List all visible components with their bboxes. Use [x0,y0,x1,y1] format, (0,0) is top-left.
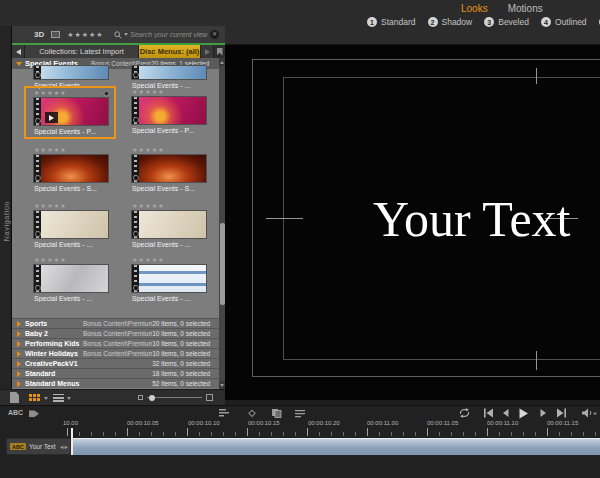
zoom-slider-track[interactable] [147,397,202,398]
reel-icon [133,117,139,123]
play-overlay-icon[interactable] [45,112,58,123]
back-button[interactable] [12,45,25,58]
zoom-slider-thumb[interactable] [149,395,155,401]
playhead[interactable] [71,428,73,455]
copy-icon[interactable] [271,408,282,418]
step-forward-icon[interactable] [539,408,548,418]
gear-icon[interactable] [103,90,110,97]
option-label: Outlined [555,17,587,27]
category-row-winter-holidays[interactable]: Winter Holidays Bonus Content\Premium P.… [12,348,219,358]
category-count: 10 items, 0 selected [152,350,219,357]
category-name: CreativePackV1 [21,360,83,367]
ruler-label: 00:00:11.15 [547,420,578,426]
zoom-out-icon[interactable] [138,395,143,400]
tab-disc-menus[interactable]: Disc Menus: (all) [139,45,201,58]
option-shadow[interactable]: 2 Shadow [428,17,473,27]
grid-view-icon[interactable] [29,394,41,402]
option-label: Shadow [442,17,473,27]
track-name: Your Text Here [29,443,56,450]
menu-thumbnail [132,97,206,124]
scenes-view-icon[interactable] [10,392,19,403]
step-back-icon[interactable] [501,408,510,418]
category-count: 10 items, 0 selected [152,330,219,337]
text-tool-icon[interactable]: ABC [8,409,23,416]
option-outlined[interactable]: 4 Outlined [541,17,587,27]
keyframe-icon[interactable] [247,408,257,418]
search-dropdown-icon[interactable] [124,33,128,36]
play-icon[interactable] [518,408,529,419]
collapse-triangle-icon [16,62,22,66]
option-standard[interactable]: 1 Standard [367,17,416,27]
forward-arrow-icon [205,49,210,55]
pin-button[interactable] [214,45,225,58]
media-item[interactable]: ★★★★★ Special Events - ... [126,202,214,248]
ruler-label: 00:00:11.00 [367,420,398,426]
media-item[interactable]: ★★★★★ Special Events - ... [126,66,214,89]
timeline: ABC 10.00 00:00:10.05 00:00:10.10 00:00:… [0,405,600,478]
category-path: Bonus Content\Premium P... [83,320,152,327]
volume-icon[interactable] [582,408,598,418]
library-tabs: Collections: Latest Import Disc Menus: (… [12,45,225,58]
grid-view-caret-icon[interactable] [44,397,48,400]
category-row-standard[interactable]: Standard 18 items, 0 selected [12,368,219,378]
category-row-creativepackv1[interactable]: CreativePackV1 32 items, 0 selected [12,358,219,368]
category-count: 32 items, 0 selected [152,360,219,367]
option-beveled[interactable]: 3 Beveled [484,17,529,27]
library-panel: 3D ★★★★★ ✕ Collections: Latest Import Di… [12,26,225,389]
item-caption: Special Events - ... [28,241,112,248]
category-row-baby2[interactable]: Baby 2 Bonus Content\Premium P... 10 ite… [12,328,219,338]
forward-button[interactable] [201,45,214,58]
align-icon[interactable] [219,408,230,418]
app-root: Looks Motions 1 Standard 2 Shadow 3 Beve… [0,0,600,478]
scrollbar-thumb[interactable] [220,223,225,305]
media-item[interactable]: ★★★★★ Special Events - ... [126,256,214,302]
ruler-ticks [63,428,600,436]
loop-icon[interactable] [458,408,471,418]
reel-icon [35,285,41,291]
item-stars: ★★★★★ [28,89,114,97]
media-item-selected[interactable]: ★★★★★ Special Events - P... [24,86,116,139]
view-3d-button[interactable]: 3D [34,30,44,39]
reel-icon [35,72,41,78]
category-count: 20 items, 0 selected [152,320,219,327]
ruler-label: 00:00:10.05 [127,420,159,426]
search-input[interactable] [130,31,208,38]
ruler-label: 00:00:10.10 [188,420,220,426]
track-header[interactable]: ABC Your Text Here ◄► [6,438,71,455]
list-view-icon[interactable] [53,394,64,402]
category-path: Bonus Content\Premium P... [83,330,152,337]
category-name: Baby 2 [21,330,83,337]
rating-filter-stars[interactable]: ★★★★★ [67,31,103,39]
preview-title-text[interactable]: Your Text [373,190,571,248]
navigation-strip[interactable]: Navigation [0,26,12,389]
skip-end-icon[interactable] [556,408,567,418]
item-stars: ★★★★★ [126,146,214,154]
timeline-ruler[interactable]: 10.00 00:00:10.05 00:00:10.10 00:00:10.1… [63,419,600,437]
clear-search-icon[interactable]: ✕ [210,30,219,39]
item-stars: ★★★★★ [126,88,214,96]
category-row-performing-kids[interactable]: Performing Kids Bonus Content\Premium P.… [12,338,219,348]
media-item[interactable]: ★★★★★ Special Events - ... [28,256,116,302]
category-row-standard-menus[interactable]: Standard Menus 52 items, 0 selected [12,378,219,388]
tag-icon[interactable] [29,409,39,417]
category-row-sports[interactable]: Sports Bonus Content\Premium P... 20 ite… [12,318,219,328]
skip-start-icon[interactable] [483,408,494,418]
reel-icon [133,231,139,237]
tab-collections[interactable]: Collections: Latest Import [25,45,139,58]
item-stars: ★★★★★ [126,202,214,210]
menu-thumbnail [34,265,108,292]
tab-looks[interactable]: Looks [461,3,488,14]
media-item[interactable]: ★★★★★ Special Events - S... [28,146,116,192]
zoom-in-icon[interactable] [206,394,213,401]
menu-list-icon[interactable] [295,408,306,418]
media-item[interactable]: ★★★★★ Special Events - P... [126,88,214,134]
title-clip[interactable] [73,438,600,455]
display-mode-icon[interactable] [51,31,60,38]
ruler-label: 00:00:11.10 [487,420,518,426]
track-resize-icon[interactable]: ◄► [59,444,70,450]
category-name: Performing Kids [21,340,83,347]
list-view-caret-icon[interactable] [67,397,71,400]
media-item[interactable]: ★★★★★ Special Events - ... [28,202,116,248]
media-item[interactable]: ★★★★★ Special Events - S... [126,146,214,192]
tab-motions[interactable]: Motions [508,3,543,14]
